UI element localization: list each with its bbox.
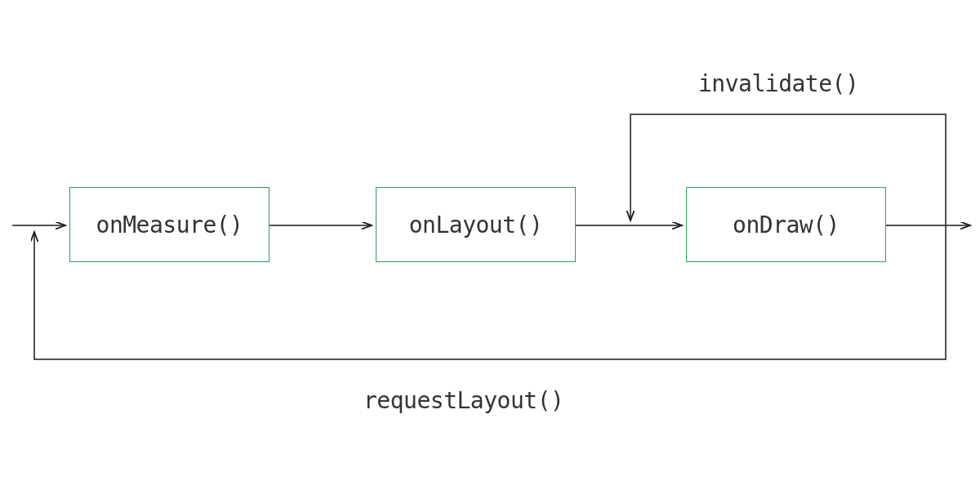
node-on-layout: onLayout() — [376, 187, 576, 262]
node-label: onLayout() — [409, 212, 543, 238]
node-on-measure: onMeasure() — [69, 187, 270, 262]
node-on-draw: onDraw() — [686, 187, 886, 262]
label-invalidate: invalidate() — [698, 70, 858, 97]
node-label: onDraw() — [733, 212, 840, 238]
label-request-layout: requestLayout() — [363, 387, 564, 414]
node-label: onMeasure() — [96, 212, 243, 238]
